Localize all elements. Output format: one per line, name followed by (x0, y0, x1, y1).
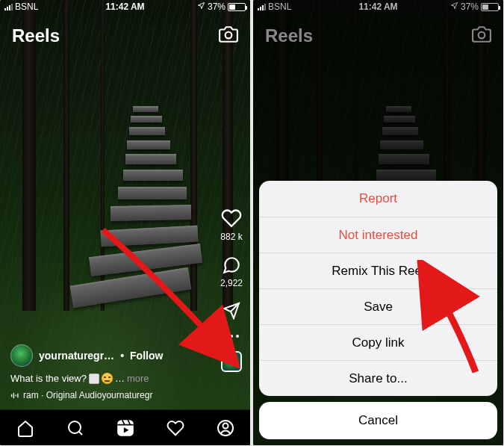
svg-rect-1 (11, 394, 12, 397)
sheet-report[interactable]: Report (259, 181, 497, 217)
sheet-cancel[interactable]: Cancel (259, 402, 497, 439)
nav-reels[interactable] (115, 418, 136, 439)
avatar[interactable] (10, 344, 33, 367)
location-services-icon (450, 1, 458, 12)
nav-home[interactable] (15, 418, 36, 439)
like-count: 882 k (220, 232, 242, 242)
share-icon (223, 302, 240, 320)
ellipsis-icon (224, 335, 239, 338)
search-icon (66, 419, 84, 437)
signal-icon (4, 3, 13, 10)
svg-line-6 (78, 431, 81, 434)
action-rail: 882 k 2,922 (220, 208, 243, 372)
caption-text: What is the view? (10, 373, 87, 384)
bottom-nav (0, 409, 250, 445)
sheet-share-to[interactable]: Share to... (259, 360, 497, 396)
status-bar: BSNL 11:42 AM 37% (253, 0, 503, 13)
svg-rect-2 (13, 392, 14, 397)
caption[interactable]: What is the view? … more (10, 373, 205, 384)
phone-left: BSNL 11:42 AM 37% Reels 882 k (0, 0, 250, 445)
reels-icon (116, 418, 135, 438)
username[interactable]: yournaturegr… (39, 350, 114, 362)
sheet-save[interactable]: Save (259, 288, 497, 324)
audio-row[interactable]: ram · Original Audioyournaturegr (10, 390, 205, 400)
sheet-copy-link[interactable]: Copy link (259, 324, 497, 360)
emoji-face-icon (102, 373, 113, 384)
battery-icon (228, 3, 246, 11)
carrier-label: BSNL (268, 1, 291, 12)
separator-dot: • (120, 350, 124, 362)
comment-icon (222, 255, 241, 275)
status-bar: BSNL 11:42 AM 37% (0, 0, 250, 13)
comment-button[interactable]: 2,922 (220, 255, 243, 288)
battery-percent: 37% (208, 1, 225, 12)
signal-icon (258, 3, 266, 10)
page-title: Reels (265, 25, 313, 46)
profile-icon (217, 419, 234, 437)
audio-thumbnail[interactable] (221, 351, 242, 372)
caption-more[interactable]: more (127, 373, 149, 384)
emoji-placeholder-icon (89, 374, 99, 384)
battery-icon (481, 3, 499, 11)
carrier-label: BSNL (15, 1, 38, 12)
page-title: Reels (12, 25, 60, 46)
camera-icon[interactable] (472, 25, 491, 47)
battery-percent: 37% (461, 1, 479, 12)
heart-outline-icon (167, 419, 184, 437)
nav-search[interactable] (65, 418, 86, 439)
home-icon (16, 419, 34, 437)
svg-rect-7 (117, 420, 134, 436)
svg-point-5 (69, 421, 81, 433)
heart-icon (221, 208, 242, 229)
like-button[interactable]: 882 k (220, 208, 242, 242)
svg-rect-4 (17, 393, 18, 397)
more-options-button[interactable] (224, 333, 239, 338)
nav-profile[interactable] (215, 418, 236, 439)
sheet-not-interested[interactable]: Not interested (259, 217, 497, 253)
audio-label: ram · Original Audioyournaturegr (23, 390, 152, 400)
clock: 11:42 AM (105, 1, 144, 12)
action-sheet: Report Not interested Remix This Reel Sa… (259, 181, 497, 439)
nav-activity[interactable] (165, 418, 186, 439)
follow-button[interactable]: Follow (130, 350, 163, 362)
audio-bars-icon (10, 391, 19, 400)
share-button[interactable] (223, 302, 240, 320)
svg-point-9 (223, 423, 228, 428)
svg-point-10 (479, 32, 485, 39)
comment-count: 2,922 (220, 278, 243, 288)
location-services-icon (197, 1, 205, 12)
camera-icon[interactable] (219, 25, 238, 47)
phone-right: BSNL 11:42 AM 37% Reels ♪al Audioyournat… (253, 0, 503, 445)
clock: 11:42 AM (358, 1, 397, 12)
sheet-remix[interactable]: Remix This Reel (259, 253, 497, 288)
svg-point-0 (225, 32, 232, 39)
reels-header: Reels (253, 19, 503, 52)
svg-rect-3 (15, 394, 16, 396)
reels-header: Reels (0, 19, 250, 52)
reel-info: yournaturegr… • Follow What is the view?… (10, 344, 205, 400)
